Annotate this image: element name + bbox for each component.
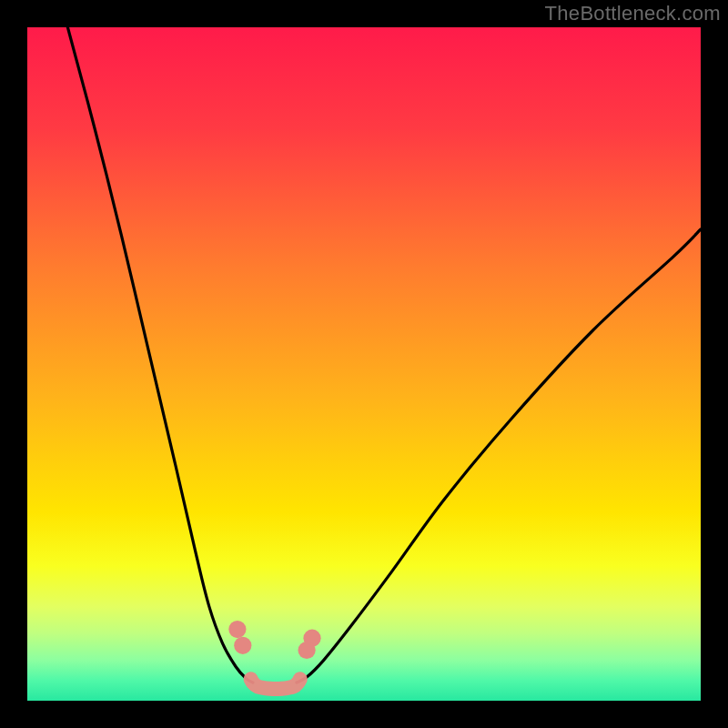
outer-frame: TheBottleneck.com bbox=[0, 0, 728, 728]
marker-right-dot-lower bbox=[298, 642, 315, 659]
marker-left-dot-upper bbox=[228, 621, 246, 638]
gradient-background bbox=[27, 27, 701, 701]
chart-svg bbox=[27, 27, 701, 701]
watermark-text: TheBottleneck.com bbox=[545, 4, 721, 24]
plot-area bbox=[27, 27, 701, 701]
marker-left-dot-lower bbox=[234, 637, 251, 654]
